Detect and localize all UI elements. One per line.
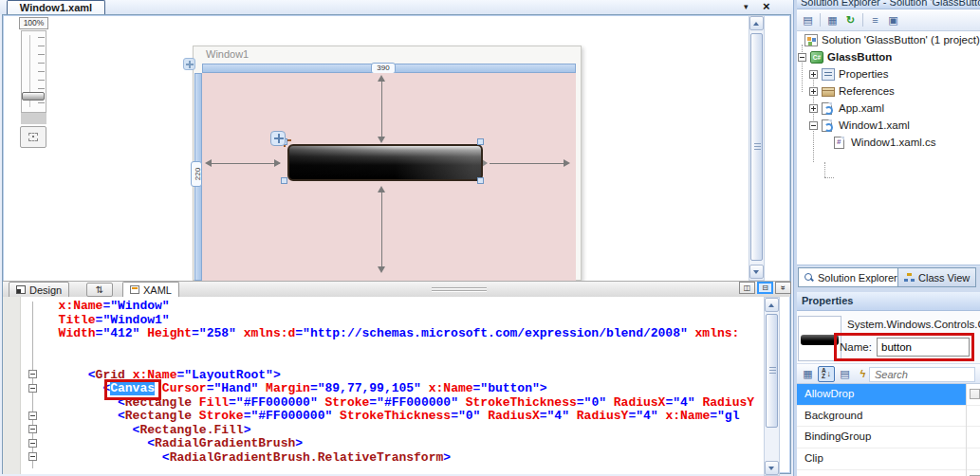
solution-explorer-titlebar[interactable]: Solution Explorer - Solution 'GlassButto… [797,0,980,9]
code-line[interactable]: <Grid x:Name="LayoutRoot"> [44,369,764,383]
tree-item-label: Solution 'GlassButton' (1 project) [818,34,980,46]
resize-handle-bottom-left[interactable] [281,177,287,184]
view-designer-icon[interactable]: ▣ [885,12,901,27]
grid-column-divider[interactable] [966,384,967,476]
scroll-up-button[interactable] [749,16,764,30]
props-icon [822,68,835,81]
code-line[interactable]: <RadialGradientBrush> [44,437,764,451]
property-row-allowdrop[interactable]: AllowDrop [797,384,980,406]
tree-item-label: Window1.xaml [835,119,910,131]
collapse-pane-button[interactable]: « [775,282,791,294]
tree-item-glassbutton[interactable]: C#GlassButton [797,48,980,65]
code-line[interactable] [44,355,764,369]
property-value-cell[interactable] [966,406,980,427]
fold-collapse-icon[interactable] [28,439,37,448]
tree-item-window1-xaml[interactable]: Window1.xaml [797,117,980,134]
code-line[interactable]: <Canvas Cursor="Hand" Margin="89,77,99,1… [44,382,764,396]
fold-collapse-icon[interactable] [28,370,37,378]
property-value-cell[interactable] [966,427,980,448]
glass-button-element[interactable] [287,144,483,181]
designer-scrollbar[interactable] [749,15,765,281]
zoom-level-indicator[interactable]: 100% [19,17,48,29]
categorized-icon[interactable]: ▦ [800,366,816,381]
class-view-icon [904,273,915,283]
tree-item-label: Window1.xaml.cs [847,137,935,148]
resize-handle-bottom-right[interactable] [477,177,484,184]
collapse-chevrons-icon: « [778,285,788,290]
code-line[interactable]: x:Name="Window" [44,300,764,314]
window-move-adorner-icon[interactable] [183,58,195,70]
name-field-label: Name: [840,341,872,353]
splitter-grip[interactable] [432,287,487,288]
code-line[interactable]: Width="412" Height="258" xmlns:d="http:/… [44,327,764,341]
fold-collapse-icon[interactable] [28,412,37,420]
split-vertical-button[interactable]: ◫ [739,282,755,294]
arrow-up-icon [378,186,385,192]
editor-scrollbar[interactable] [764,297,780,476]
scroll-down-button[interactable] [749,265,764,279]
tab-design[interactable]: Design [9,282,69,298]
fold-collapse-icon[interactable] [28,384,37,393]
splitter-grip[interactable] [432,290,487,291]
split-horizontal-button[interactable]: ⊟ [757,282,773,294]
checkbox-icon[interactable] [970,389,980,399]
expand-icon[interactable] [809,70,818,79]
tree-item-app-xaml[interactable]: App.xaml [797,100,980,117]
chevron-down-icon[interactable]: ▾ [744,2,749,11]
properties-window-icon[interactable]: ▤ [800,12,816,27]
scroll-down-button[interactable] [765,461,779,475]
code-line[interactable]: <Rectangle Stroke="#FF000000" StrokeThic… [44,410,764,424]
tab-window1-xaml[interactable]: Window1.xaml [7,0,105,14]
tree-item-references[interactable]: References [797,82,980,100]
search-input[interactable]: Search [869,367,975,382]
name-field-input[interactable] [877,338,970,357]
sort-az-icon[interactable]: AZ↓ [818,366,835,382]
close-icon[interactable]: × [763,0,770,13]
tab-solution-explorer[interactable]: Solution Explorer [798,267,904,287]
fold-collapse-icon[interactable] [28,425,37,433]
window-height-label: 220 [191,161,202,187]
code-token: x:Name [429,381,473,395]
collapse-icon[interactable] [798,53,806,62]
tree-item-properties[interactable]: Properties [797,65,980,82]
property-row-clip[interactable]: Clip [797,449,980,470]
scrollbar-thumb[interactable] [750,33,763,261]
xaml-code-editor[interactable]: x:Name="Window"Title="Window1"Width="412… [44,297,764,474]
code-line[interactable]: <Rectangle Fill="#FF000000" Stroke="#FF0… [44,396,764,411]
code-token [332,409,340,423]
property-row-background[interactable]: Background [797,406,980,428]
property-value-cell[interactable] [966,449,980,469]
code-line[interactable]: <RadialGradientBrush.RelativeTransform> [44,451,764,466]
refresh-icon[interactable]: ↻ [842,12,859,27]
code-token: ="412" [96,326,140,340]
move-element-handle-icon[interactable] [270,131,286,146]
margin-arrow-left [210,163,280,164]
zoom-slider-thumb[interactable] [22,92,45,101]
tree-item-window1-xaml-cs[interactable]: Window1.xaml.cs [797,134,980,151]
view-code-icon[interactable]: ≡ [867,12,883,27]
properties-titlebar[interactable]: Properties [797,292,980,311]
code-line[interactable] [44,341,764,356]
fit-to-screen-button[interactable] [20,126,46,148]
fold-collapse-icon[interactable] [28,452,37,461]
expand-icon[interactable] [809,87,818,96]
tab-class-view-label: Class View [918,272,970,284]
property-pages-icon[interactable]: ▤ [837,366,853,381]
show-all-files-icon[interactable]: ▦ [824,12,841,27]
scrollbar-thumb[interactable] [766,314,778,428]
code-line[interactable]: <Rectangle.Fill> [44,424,764,438]
property-value-cell[interactable] [966,384,980,405]
editor-pane-tabbar: Design ⇅ XAML [3,281,790,297]
resize-handle-top-right[interactable] [477,138,484,145]
property-row-partial[interactable] [797,470,980,476]
code-line[interactable]: Title="Window1" [44,314,764,328]
tree-item-solution-glassbutton-1-project[interactable]: Solution 'GlassButton' (1 project) [797,31,980,48]
tab-xaml[interactable]: XAML [122,282,179,298]
property-row-bindinggroup[interactable]: BindingGroup [797,427,980,449]
property-value-cell[interactable] [966,470,980,476]
scroll-up-button[interactable] [765,298,779,312]
swap-panes-button[interactable]: ⇅ [86,283,113,297]
collapse-icon[interactable] [809,121,818,130]
expand-icon[interactable] [809,104,818,113]
tab-class-view[interactable]: Class View [897,267,976,287]
